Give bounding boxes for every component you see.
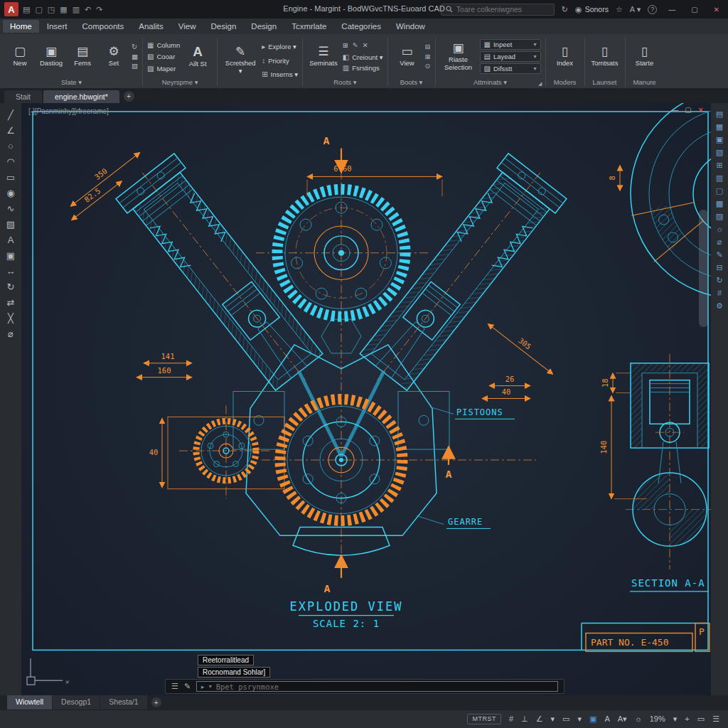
tab-view[interactable]: View bbox=[171, 20, 203, 33]
zoom-caret-icon[interactable]: ▾ bbox=[673, 715, 678, 723]
search-box[interactable] bbox=[441, 4, 555, 16]
panel-label-boots[interactable]: Boots ▾ bbox=[389, 77, 434, 88]
panel-label-launset[interactable]: Launset bbox=[586, 77, 624, 88]
status-menu-icon[interactable]: ☰ bbox=[712, 715, 719, 723]
viewport-label[interactable]: [-][Pasnminhy][rfreerame] bbox=[28, 107, 109, 115]
canvas-scrollbar[interactable] bbox=[699, 210, 708, 327]
tab-window[interactable]: Window bbox=[389, 20, 432, 33]
favorites-star-icon[interactable]: ☆ bbox=[616, 5, 623, 14]
grid-icon[interactable]: # bbox=[509, 715, 513, 723]
layout-tab-shesta1[interactable]: Shesta/1 bbox=[100, 695, 146, 710]
auto-scale-icon[interactable]: ☼ bbox=[635, 715, 642, 723]
dialog-launcher-icon[interactable]: ◢ bbox=[538, 81, 542, 87]
block-tool-icon[interactable]: ▣ bbox=[6, 251, 15, 260]
app-logo[interactable]: A bbox=[4, 2, 18, 16]
table-mini-icon[interactable]: ⊞ bbox=[343, 42, 348, 49]
difsstt-select[interactable]: ▨ Difsstt ▾ bbox=[480, 63, 541, 74]
search-input[interactable] bbox=[456, 5, 545, 14]
set-button[interactable]: ⚙ Set bbox=[99, 37, 129, 76]
lights-panel-icon[interactable]: ☼ bbox=[716, 225, 723, 233]
anno-scale-icon[interactable]: A▾ bbox=[618, 715, 627, 723]
annotation-icon[interactable]: A bbox=[604, 715, 609, 723]
account-user[interactable]: ◉ Sonors bbox=[575, 5, 609, 14]
dastiog-button[interactable]: ▣ Dastiog bbox=[36, 37, 66, 76]
workspace-icon[interactable]: ▣ bbox=[589, 715, 596, 723]
close-button[interactable]: ✕ bbox=[710, 6, 724, 14]
layead-select[interactable]: ▤ Layead ▾ bbox=[480, 51, 541, 62]
history-panel-icon[interactable]: ↻ bbox=[716, 277, 722, 284]
refresh-mini-icon[interactable]: ↻ bbox=[132, 43, 138, 50]
panel-label-slate[interactable]: Slate ▾ bbox=[1, 77, 141, 88]
markup-panel-icon[interactable]: ✎ bbox=[716, 251, 722, 259]
views-panel-icon[interactable]: ▢ bbox=[716, 187, 723, 195]
app-menu-icon[interactable]: ▤ bbox=[23, 5, 30, 14]
erase-mini-icon[interactable]: ✕ bbox=[363, 42, 368, 49]
sheets-panel-icon[interactable]: ▥ bbox=[716, 174, 723, 182]
settings-panel-icon[interactable]: ⚙ bbox=[716, 302, 723, 310]
maximize-button[interactable]: ▢ bbox=[687, 6, 702, 14]
xref-panel-icon[interactable]: ⊞ bbox=[716, 161, 722, 169]
circle-tool-icon[interactable]: ○ bbox=[8, 141, 14, 151]
measure-panel-icon[interactable]: ⌀ bbox=[717, 238, 722, 246]
rotate-tool-icon[interactable]: ↻ bbox=[7, 282, 15, 291]
ellipse-tool-icon[interactable]: ◉ bbox=[6, 188, 14, 198]
command-input[interactable] bbox=[216, 682, 553, 691]
polyline-tool-icon[interactable]: ∠ bbox=[6, 126, 15, 135]
measure-tool-icon[interactable]: ⌀ bbox=[8, 329, 14, 338]
panel-label-moders[interactable]: Moders bbox=[547, 77, 584, 88]
tab-categories[interactable]: Categories bbox=[334, 20, 388, 33]
mirror-tool-icon[interactable]: ⇄ bbox=[7, 298, 15, 307]
seminats-button[interactable]: ☰ Seminats bbox=[307, 37, 340, 76]
clean-screen-icon[interactable]: ▭ bbox=[697, 715, 705, 723]
blocks-panel-icon[interactable]: ▣ bbox=[716, 136, 723, 144]
index-button[interactable]: ▯ Index bbox=[550, 37, 580, 76]
new-button[interactable]: ▢ New bbox=[5, 37, 35, 76]
display-icon[interactable]: ▭ bbox=[562, 715, 569, 723]
viewport-minimize-icon[interactable]: — bbox=[671, 106, 678, 114]
riaste-seiection-button[interactable]: ▣ Riaste Seiection bbox=[440, 37, 477, 76]
view-button[interactable]: ▭ View bbox=[392, 37, 422, 76]
model-tab-wiowtell[interactable]: Wiowtell bbox=[7, 695, 52, 710]
tab-analits[interactable]: Analits bbox=[132, 20, 171, 33]
sync-icon[interactable]: ↻ bbox=[562, 5, 568, 14]
drawing-viewport[interactable]: [-][Pasnminhy][rfreerame] — ▢ ✕ bbox=[21, 103, 711, 695]
fems-button[interactable]: ▤ Fems bbox=[68, 37, 97, 76]
compare-panel-icon[interactable]: ⊟ bbox=[716, 264, 722, 272]
explore-button[interactable]: ▸ Explore ▾ bbox=[262, 43, 298, 50]
edit-mini-icon[interactable]: ✎ bbox=[353, 42, 358, 49]
line-tool-icon[interactable]: ╱ bbox=[8, 110, 14, 119]
count-panel-icon[interactable]: # bbox=[717, 289, 722, 297]
viewport-mini-icon[interactable]: ⊟ bbox=[425, 43, 431, 50]
app-switch-menu[interactable]: A ▾ bbox=[630, 5, 641, 14]
layout-tab-desogp1[interactable]: Desogp1 bbox=[53, 695, 100, 710]
model-paper-toggle[interactable]: MTRST bbox=[467, 714, 501, 724]
new-layout-button[interactable]: + bbox=[151, 697, 161, 707]
caret-icon[interactable]: ▾ bbox=[551, 715, 555, 723]
list-mini-icon[interactable]: ▧ bbox=[132, 63, 138, 70]
polar-icon[interactable]: ∠ bbox=[536, 715, 543, 723]
redo-icon[interactable]: ↷ bbox=[96, 5, 102, 14]
help-icon[interactable]: ? bbox=[648, 5, 657, 14]
cmd-keyboard-icon[interactable]: ✎ bbox=[184, 682, 191, 691]
layers-panel-icon[interactable]: ▦ bbox=[716, 123, 723, 131]
priority-button[interactable]: ↕ Priority bbox=[262, 57, 298, 65]
save-icon[interactable]: ▦ bbox=[60, 5, 67, 14]
panel-label-neyrspme[interactable]: Neyrspme ▾ bbox=[144, 77, 216, 88]
crosshair-icon[interactable]: + bbox=[685, 715, 689, 723]
caret-icon[interactable]: ▾ bbox=[577, 715, 582, 723]
command-input-box[interactable]: ▸ ▾ bbox=[196, 681, 558, 692]
tomtsats-button[interactable]: ▯ Tomtsats bbox=[589, 37, 621, 76]
lock-mini-icon[interactable]: ⊙ bbox=[425, 63, 431, 70]
new-drawing-tab-button[interactable]: + bbox=[124, 91, 134, 102]
tab-insert[interactable]: Insert bbox=[40, 20, 75, 33]
tab-tcxmrlate[interactable]: Tcxmrlate bbox=[284, 20, 333, 33]
new-file-icon[interactable]: ▢ bbox=[35, 5, 42, 14]
file-tab-start[interactable]: Stait bbox=[4, 90, 42, 103]
erase-tool-icon[interactable]: ╳ bbox=[8, 314, 14, 323]
inpeet-select[interactable]: ▦ Inpeet ▾ bbox=[480, 39, 541, 50]
column-button[interactable]: ▦ Column bbox=[147, 41, 180, 49]
move-tool-icon[interactable]: ↔ bbox=[6, 267, 16, 276]
file-tab-engine[interactable]: engine.hbwgint* bbox=[43, 90, 119, 103]
inserns-button[interactable]: ⊞ Inserns ▾ bbox=[262, 70, 298, 78]
hatch-tool-icon[interactable]: ▨ bbox=[6, 220, 15, 229]
